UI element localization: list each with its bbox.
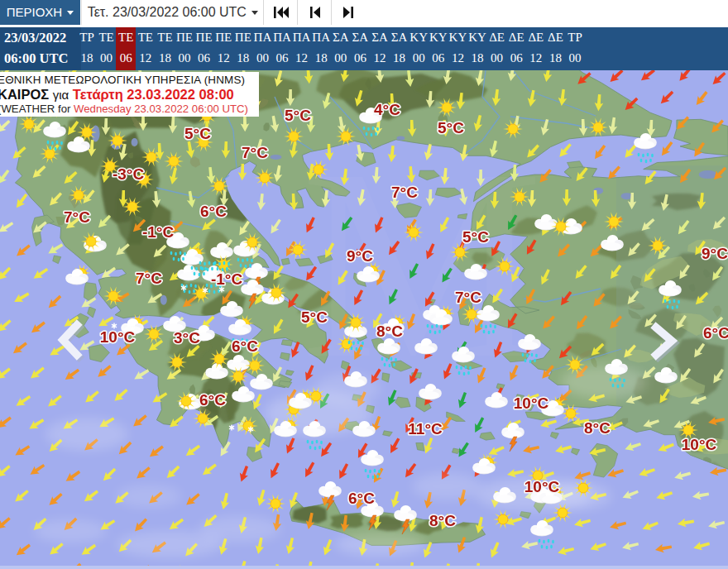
svg-text:8°C: 8°C [376, 323, 403, 340]
svg-text:9°C: 9°C [347, 247, 373, 265]
svg-text:7°C: 7°C [455, 289, 481, 306]
svg-text:7°C: 7°C [391, 184, 418, 201]
svg-text:10°C: 10°C [100, 328, 136, 346]
svg-text:11°C: 11°C [408, 420, 443, 438]
svg-text:6°C: 6°C [199, 391, 226, 409]
svg-text:8°C: 8°C [429, 512, 456, 529]
svg-text:10°C: 10°C [514, 394, 549, 412]
svg-text:3°C: 3°C [174, 329, 200, 347]
svg-text:6°C: 6°C [703, 324, 728, 342]
svg-text:-3°C: -3°C [113, 165, 144, 183]
svg-text:8°C: 8°C [584, 419, 611, 437]
svg-text:5°C: 5°C [438, 119, 464, 136]
svg-text:-1°C: -1°C [142, 223, 174, 241]
svg-text:10°C: 10°C [524, 478, 560, 495]
svg-text:6°C: 6°C [348, 490, 375, 507]
svg-text:5°C: 5°C [184, 125, 211, 142]
svg-text:5°C: 5°C [301, 308, 328, 326]
svg-text:7°C: 7°C [242, 144, 268, 161]
svg-text:5°C: 5°C [285, 107, 311, 124]
svg-text:-1°C: -1°C [211, 270, 242, 288]
svg-text:6°C: 6°C [200, 203, 227, 220]
svg-text:9°C: 9°C [702, 245, 728, 262]
svg-text:10°C: 10°C [682, 436, 717, 453]
svg-text:7°C: 7°C [64, 208, 90, 226]
svg-text:7°C: 7°C [136, 270, 162, 287]
svg-text:4°C: 4°C [374, 101, 400, 118]
svg-text:6°C: 6°C [232, 337, 258, 355]
svg-text:5°C: 5°C [462, 228, 489, 246]
